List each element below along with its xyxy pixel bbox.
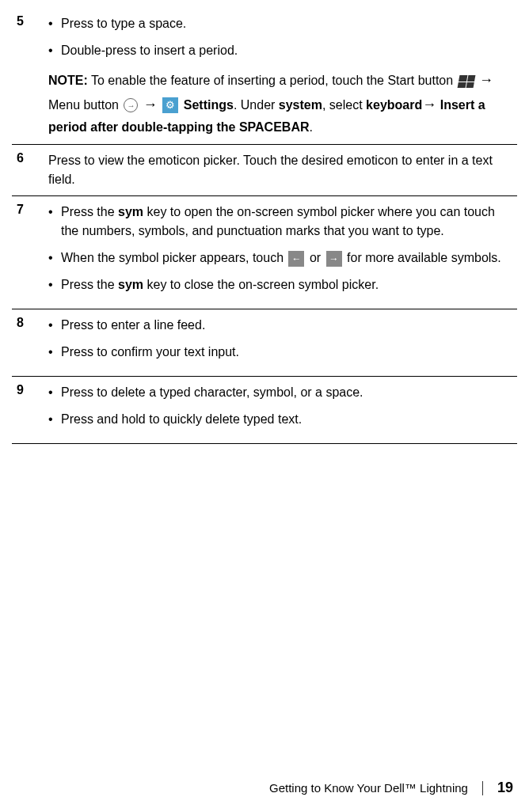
page-number: 19 [497,780,513,796]
footer-divider [482,781,483,795]
row-number: 9 [12,377,44,444]
menu-button-icon [124,98,138,112]
settings-icon: ⚙ [162,97,178,113]
row-6: 6 Press to view the emoticon picker. Tou… [12,145,517,196]
note-label: NOTE: [48,74,88,87]
row-content: Press to delete a typed character, symbo… [44,377,517,444]
bullet-item: Press the sym key to open the on-screen … [48,203,512,241]
row-8: 8 Press to enter a line feed. Press to c… [12,309,517,377]
start-button-icon [459,75,474,88]
row-9: 9 Press to delete a typed character, sym… [12,377,517,444]
row-content: Press to enter a line feed. Press to con… [44,309,517,377]
row-number: 6 [12,145,44,196]
bullet-item: When the symbol picker appears, touch ← … [48,249,512,268]
row-5: 5 Press to type a space. Double-press to… [12,8,517,145]
row-7: 7 Press the sym key to open the on-scree… [12,196,517,309]
row-number: 8 [12,309,44,377]
row-content: Press the sym key to open the on-screen … [44,196,517,309]
settings-label: Settings [184,98,234,112]
bullet-item: Press and hold to quickly delete typed t… [48,410,512,429]
arrow-icon: → [143,97,158,112]
row-content: Press to view the emoticon picker. Touch… [44,145,517,196]
bullet-item: Press to delete a typed character, symbo… [48,383,512,402]
left-arrow-icon: ← [288,251,304,267]
bullet-item: Double-press to insert a period. [48,41,512,60]
row-number: 5 [12,8,44,145]
footer-text: Getting to Know Your Dell™ Lightning [269,781,468,795]
page-footer: Getting to Know Your Dell™ Lightning 19 [269,780,513,796]
row-number: 7 [12,196,44,309]
arrow-icon: → [422,97,436,112]
right-arrow-icon: → [326,251,342,267]
arrow-icon: → [479,72,493,88]
bullet-item: Press to enter a line feed. [48,316,512,335]
instructions-table: 5 Press to type a space. Double-press to… [12,8,517,444]
bullet-item: Press to type a space. [48,14,512,33]
note-block: NOTE: To enable the feature of inserting… [48,68,512,138]
bullet-item: Press to confirm your text input. [48,343,512,362]
bullet-item: Press the sym key to close the on-screen… [48,275,512,294]
row-content: Press to type a space. Double-press to i… [44,8,517,145]
